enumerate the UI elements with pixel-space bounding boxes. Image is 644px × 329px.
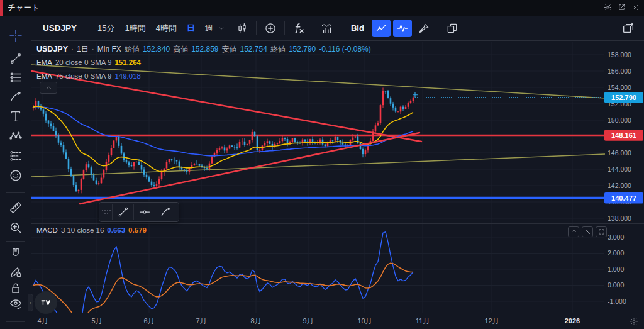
close-window-icon[interactable] — [631, 3, 639, 14]
svg-text:142.000: 142.000 — [608, 182, 631, 189]
sidebar-divider — [6, 321, 25, 322]
multichart-layout-button[interactable] — [619, 20, 638, 37]
open-value: 152.840 — [143, 45, 170, 53]
crosshair-tool[interactable] — [8, 28, 23, 43]
float-trend-line-button[interactable] — [112, 204, 133, 220]
ema-lines — [33, 106, 413, 171]
floating-draw-toolbar — [99, 202, 179, 222]
toolbar-separator — [341, 21, 341, 35]
toolbar-separator — [228, 21, 228, 35]
float-brush-button[interactable] — [155, 204, 176, 220]
macd-layer — [33, 232, 413, 329]
close-label: 終値 — [270, 44, 286, 55]
ruler-tool[interactable] — [8, 200, 23, 215]
toolbar-separator — [256, 21, 257, 35]
ema75-value: 149.018 — [114, 72, 141, 80]
ema20-legend[interactable]: EMA 20 close 0 SMA 9 151.264 — [36, 59, 141, 66]
svg-text:146.000: 146.000 — [608, 149, 631, 157]
svg-text:4月: 4月 — [37, 317, 48, 325]
time-axis-settings-icon[interactable] — [628, 316, 640, 327]
open-external-icon[interactable] — [618, 3, 626, 14]
forecast-tool[interactable] — [8, 148, 23, 163]
copy-layout-button[interactable] — [443, 20, 462, 37]
ema20-value: 151.264 — [114, 59, 141, 66]
float-horizontal-line-button[interactable] — [133, 204, 155, 220]
price-axis[interactable]: 158.000156.000154.000152.000150.000148.0… — [608, 51, 631, 305]
theme-paint-button[interactable] — [414, 20, 433, 37]
legend-interval: 1日 — [77, 44, 89, 55]
toolbar-separator — [313, 21, 313, 35]
legend-feed: Min FX — [97, 45, 121, 53]
change-value: -0.116 (-0.08%) — [319, 45, 370, 53]
macd-maximize-button[interactable] — [596, 226, 607, 237]
svg-text:152.790: 152.790 — [611, 94, 636, 101]
chart-window: チャート USDJPY 15分 1時間 4時間 日 週 Bid — [0, 0, 644, 329]
timeframe-4h[interactable]: 4時間 — [151, 23, 182, 34]
svg-text:-1.000: -1.000 — [608, 298, 626, 305]
low-value: 152.754 — [240, 45, 267, 53]
drawing-sidebar: ‹ — [0, 16, 31, 329]
window-titlebar: チャート — [0, 0, 644, 16]
svg-text:150.000: 150.000 — [608, 116, 631, 124]
ohlc-legend[interactable]: USDJPY · 1日 · Min FX 始値152.840 高値152.859… — [36, 44, 371, 55]
timeframe-1d[interactable]: 日 — [182, 23, 200, 34]
legend-collapse-button[interactable] — [40, 82, 57, 94]
magnet-tool[interactable] — [8, 246, 23, 261]
toolbar-separator — [89, 21, 89, 35]
close-value: 152.790 — [289, 45, 316, 53]
trend-line-tool[interactable] — [8, 51, 23, 66]
timeframe-1w[interactable]: 週 — [200, 23, 218, 34]
candle-style-button[interactable] — [233, 20, 252, 37]
svg-text:11月: 11月 — [416, 317, 430, 325]
triangle-trend-lines — [31, 71, 421, 204]
svg-text:140.477: 140.477 — [611, 194, 636, 202]
pane-separators — [31, 41, 644, 329]
horizontal-lines-tool[interactable] — [8, 70, 23, 85]
emoji-tool[interactable] — [8, 168, 23, 183]
svg-text:7月: 7月 — [196, 317, 206, 325]
compare-add-button[interactable] — [261, 20, 280, 37]
bid-ask-toggle[interactable]: Bid — [345, 23, 370, 33]
timeframe-15m[interactable]: 15分 — [92, 23, 119, 34]
svg-text:10月: 10月 — [357, 317, 372, 325]
indicators-fx-button[interactable] — [289, 20, 308, 37]
svg-text:9月: 9月 — [303, 317, 313, 325]
svg-text:8月: 8月 — [250, 317, 261, 325]
drag-handle-icon[interactable] — [102, 206, 111, 218]
titlebar-accent — [0, 0, 3, 16]
timeframe-1h[interactable]: 1時間 — [120, 23, 151, 34]
lock-all-tool[interactable] — [8, 281, 23, 296]
macd-legend[interactable]: MACD 3 10 close 16 0.663 0.579 — [36, 226, 147, 234]
drawing-lock-tool[interactable] — [8, 264, 23, 279]
svg-text:154.000: 154.000 — [608, 84, 631, 91]
open-label: 始値 — [125, 44, 140, 55]
svg-text:5月: 5月 — [91, 317, 102, 325]
ema75-legend[interactable]: EMA 75 close 0 SMA 9 149.018 — [36, 72, 141, 80]
time-axis[interactable]: 4月5月6月7月8月9月10月11月12月2026 — [37, 317, 580, 325]
high-label: 高値 — [173, 44, 188, 55]
macd-pane-controls — [568, 226, 607, 237]
svg-text:156.000: 156.000 — [608, 67, 631, 75]
macd-move-up-button[interactable] — [568, 226, 579, 237]
xabcd-pattern-tool[interactable] — [8, 128, 23, 143]
brush-tool[interactable] — [8, 89, 23, 104]
trend-lines — [31, 65, 638, 177]
toolbar-separator — [284, 21, 285, 35]
zoom-in-tool[interactable] — [8, 220, 23, 235]
toolbar-separator — [438, 21, 438, 35]
settings-gear-icon[interactable] — [604, 3, 612, 14]
svg-text:6月: 6月 — [143, 317, 154, 325]
svg-text:1.000: 1.000 — [608, 265, 624, 273]
macd-close-button[interactable] — [582, 226, 593, 237]
svg-text:148.161: 148.161 — [611, 131, 636, 139]
text-tool[interactable] — [8, 109, 23, 124]
line-chart-toggle[interactable] — [372, 20, 391, 37]
tradingview-logo[interactable] — [35, 291, 57, 314]
indicator-templates-button[interactable] — [318, 20, 336, 37]
pulse-chart-toggle[interactable] — [393, 20, 412, 37]
price-chart[interactable]: 158.000156.000154.000152.000150.000148.0… — [31, 41, 644, 329]
symbol-button[interactable]: USDJPY — [34, 23, 86, 33]
chevron-down-icon[interactable] — [218, 23, 225, 34]
hide-drawings-tool[interactable] — [8, 296, 23, 311]
macd-signal-line — [33, 263, 413, 320]
